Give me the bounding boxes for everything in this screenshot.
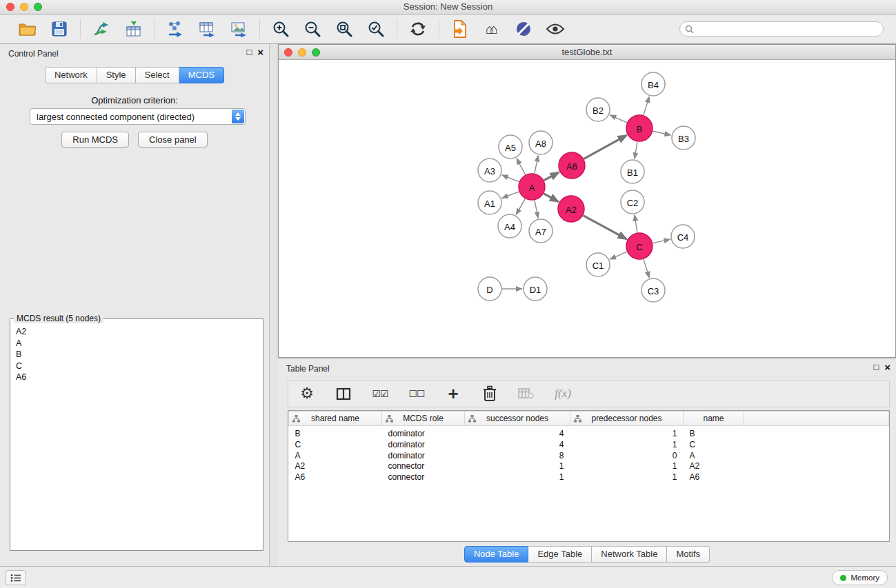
column-header-predecessor-nodes[interactable]: predecessor nodes [570,412,684,426]
table-row[interactable]: Adominator80A [289,451,889,462]
refresh-icon[interactable] [407,18,429,40]
mcds-result-item[interactable]: B [16,349,257,361]
column-header-mcds-role[interactable]: MCDS role [382,412,465,426]
tab-select[interactable]: Select [136,67,179,83]
table-cell[interactable]: dominator [382,440,465,451]
zoom-out-icon[interactable] [301,18,323,40]
graph-edge[interactable] [502,192,519,198]
search-field[interactable] [679,21,884,37]
network-window-titlebar[interactable]: testGlobe.txt [279,45,895,60]
zoom-selected-icon[interactable] [365,18,387,40]
table-cell[interactable]: A2 [684,461,744,472]
criterion-dropdown[interactable]: largest connected component (directed) [30,108,246,125]
search-input[interactable] [697,24,878,34]
zoom-fit-icon[interactable] [333,18,355,40]
table-cell[interactable]: connector [382,472,465,483]
mcds-result-item[interactable]: A6 [16,372,257,383]
table-cell[interactable]: A [684,451,744,462]
mcds-result-item[interactable]: A [16,338,257,349]
table-row[interactable]: A2connector11A2 [289,461,889,472]
export-image-icon[interactable] [228,18,250,40]
close-panel-icon[interactable]: × [257,48,263,57]
table-cell[interactable]: A6 [289,472,382,483]
table-cell[interactable]: 1 [570,461,684,472]
export-network-icon[interactable] [164,18,186,40]
table-cell[interactable]: 4 [465,426,570,440]
tab-network-table[interactable]: Network Table [592,546,667,562]
close-table-panel-icon[interactable]: × [884,363,890,372]
table-cell[interactable]: 0 [570,451,684,462]
network-canvas[interactable]: B4B2BB3A5A8A6A3B1AC2A1A2A4A7C4CC1DD1C3 [279,61,895,357]
graph-edge[interactable] [644,97,649,115]
graph-edge[interactable] [516,199,525,214]
import-network-icon[interactable] [90,18,112,40]
table-cell[interactable]: C [289,440,382,451]
graph-edge[interactable] [535,156,538,174]
memory-button[interactable]: Memory [832,570,888,585]
graph-edge[interactable] [644,259,649,278]
delete-table-icon[interactable] [515,383,537,405]
tab-style[interactable]: Style [97,67,136,83]
tab-network[interactable]: Network [45,67,97,83]
table-cell[interactable]: 1 [570,440,684,451]
open-session-icon[interactable] [17,18,39,40]
table-options-icon[interactable]: ⚙ [296,383,318,405]
table-cell[interactable]: connector [382,461,465,472]
float-table-panel-icon[interactable]: □ [873,363,879,372]
table-cell[interactable]: 1 [570,472,684,483]
zoom-in-icon[interactable] [270,18,292,40]
add-column-icon[interactable]: + [442,383,464,405]
float-panel-icon[interactable]: □ [246,48,252,57]
tab-mcds[interactable]: MCDS [179,67,224,83]
mcds-result-item[interactable]: C [16,361,257,372]
select-all-icon[interactable]: ☑☑ [369,383,391,405]
column-header-successor-nodes[interactable]: successor nodes [465,412,570,426]
graph-edge[interactable] [610,115,626,123]
tab-motifs[interactable]: Motifs [667,546,710,562]
graph-edge[interactable] [544,194,558,202]
table-cell[interactable]: B [684,426,744,440]
save-session-icon[interactable] [48,18,70,40]
close-panel-button[interactable]: Close panel [138,132,208,148]
graph-edge[interactable] [635,215,637,232]
graph-edge[interactable] [535,201,538,219]
zoom-view-icon[interactable] [312,48,320,57]
close-view-icon[interactable] [284,48,292,57]
table-cell[interactable]: C [684,440,744,451]
column-header-name[interactable]: name [684,412,744,426]
table-cell[interactable]: A2 [289,461,382,472]
close-window-icon[interactable] [6,3,14,11]
task-history-button[interactable] [6,570,26,585]
table-cell[interactable]: A6 [684,472,744,483]
show-columns-icon[interactable] [332,383,355,405]
minimize-window-icon[interactable] [20,3,28,11]
table-row[interactable]: Bdominator41B [289,426,889,440]
home-icon[interactable]: ⌂⌂ [481,18,503,40]
table-cell[interactable]: 1 [465,461,570,472]
column-header-shared-name[interactable]: shared name [289,412,382,426]
graph-edge[interactable] [517,159,526,175]
table-cell[interactable]: 8 [465,451,570,462]
table-cell[interactable]: B [289,426,382,440]
minimize-view-icon[interactable] [298,48,306,57]
table-cell[interactable]: A [289,451,382,462]
table-cell[interactable]: 1 [465,472,570,483]
deselect-all-icon[interactable]: ☐☐ [406,383,428,405]
eye-icon[interactable] [544,18,566,40]
table-cell[interactable]: dominator [382,451,465,462]
export-table-icon[interactable] [196,18,218,40]
table-row[interactable]: A6connector11A6 [289,472,889,483]
mcds-result-item[interactable]: A2 [16,326,257,338]
table-cell[interactable]: dominator [382,426,465,440]
table-cell[interactable]: 1 [570,426,684,440]
dropdown-stepper-icon[interactable] [232,110,244,123]
graph-edge[interactable] [653,239,670,243]
graph-edge[interactable] [584,135,627,159]
table-row[interactable]: Cdominator41C [289,440,889,451]
delete-column-icon[interactable] [479,383,501,405]
graph-edge[interactable] [502,175,519,182]
run-mcds-button[interactable]: Run MCDS [61,132,129,148]
graph-edge[interactable] [635,142,637,159]
graph-edge[interactable] [544,172,559,181]
graph-edge[interactable] [610,252,626,259]
